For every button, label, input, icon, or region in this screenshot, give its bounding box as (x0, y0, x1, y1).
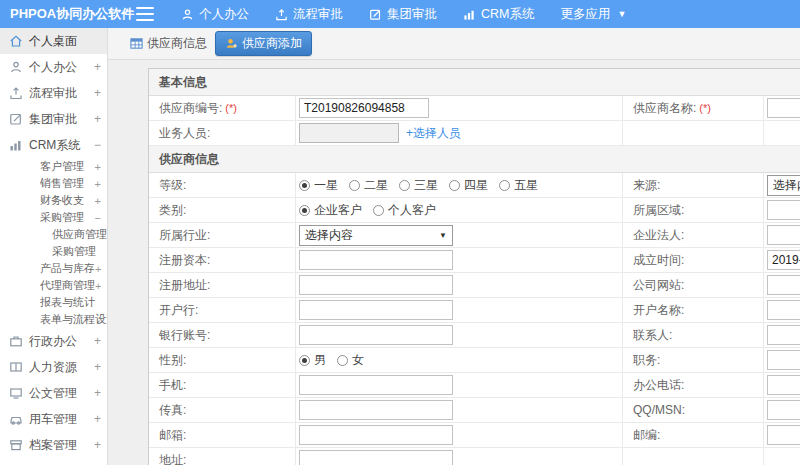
radio-option[interactable]: 男 (299, 352, 326, 369)
registered-address-field[interactable] (299, 275, 453, 295)
expand-indicator[interactable]: + (94, 334, 101, 348)
sidebar-item-official-document-mgmt[interactable]: 公文管理 + (0, 380, 107, 406)
region-field[interactable] (767, 200, 800, 220)
zip-field[interactable] (767, 425, 800, 445)
source-select[interactable]: 选择内容 ▼ (767, 175, 800, 196)
sidebar-item-supplier-mgmt[interactable]: 供应商管理 (0, 226, 107, 243)
sidebar-item-partial[interactable] (0, 458, 107, 465)
supplier-name-field[interactable] (767, 98, 800, 118)
form-row-supplier-no: 供应商编号: (*) 供应商名称: (*) (149, 96, 800, 121)
radio-option[interactable]: 一星 (299, 177, 338, 194)
topnav-more-apps[interactable]: 更多应用 ▼ (560, 6, 626, 23)
form-row-gender-position: 性别: 男 女 职务: (149, 348, 800, 373)
expand-indicator[interactable]: + (95, 195, 101, 207)
expand-indicator[interactable]: + (95, 161, 101, 173)
radio-icon (499, 180, 510, 191)
topnav-personal-office[interactable]: 个人办公 (181, 6, 249, 23)
tab-supplier-info[interactable]: 供应商信息 (130, 35, 207, 52)
topnav-workflow-approval[interactable]: 流程审批 (275, 6, 343, 23)
bank-branch-label: 开户行: (149, 298, 296, 322)
sidebar-item-products-inventory[interactable]: 产品与库存 + (0, 260, 107, 277)
sidebar-item-workflow-approval[interactable]: 流程审批 + (0, 80, 107, 106)
legal-person-field[interactable] (767, 225, 800, 245)
sidebar-item-procurement-mgmt[interactable]: 采购管理 − (0, 209, 107, 226)
radio-option[interactable]: 企业客户 (299, 202, 362, 219)
address-field[interactable] (299, 450, 453, 465)
sidebar-item-sales-mgmt[interactable]: 销售管理 + (0, 175, 107, 192)
industry-label: 所属行业: (149, 223, 296, 247)
sidebar-item-customer-mgmt[interactable]: 客户管理 + (0, 158, 107, 175)
expand-indicator[interactable]: + (94, 386, 101, 400)
registered-capital-field[interactable] (299, 250, 453, 270)
office-phone-field[interactable] (767, 375, 800, 395)
radio-selected-icon (299, 205, 310, 216)
sidebar-item-archive-mgmt[interactable]: 档案管理 + (0, 432, 107, 458)
mobile-field[interactable] (299, 375, 453, 395)
form-row-fax-qqmsn: 传真: QQ/MSN: (149, 398, 800, 423)
archive-icon (9, 438, 23, 452)
sidebar-item-crm-system[interactable]: CRM系统 − (0, 132, 107, 158)
expand-indicator[interactable]: + (94, 360, 101, 374)
sidebar-item-personal-desktop[interactable]: 个人桌面 (0, 28, 107, 54)
sidebar-item-purchase-mgmt[interactable]: 采购管理 (0, 243, 107, 260)
expand-indicator[interactable]: + (94, 112, 101, 126)
email-field[interactable] (299, 425, 453, 445)
contact-field[interactable] (767, 325, 800, 345)
collapse-indicator[interactable]: − (94, 138, 101, 152)
bank-account-field[interactable] (299, 325, 453, 345)
topnav-crm-system[interactable]: CRM系统 (463, 6, 534, 23)
qq-msn-field[interactable] (767, 400, 800, 420)
founded-time-field[interactable] (767, 250, 800, 270)
position-field[interactable] (767, 350, 800, 370)
sidebar-item-group-approval[interactable]: 集团审批 + (0, 106, 107, 132)
radio-selected-icon (299, 180, 310, 191)
expand-indicator[interactable]: + (94, 86, 101, 100)
expand-indicator[interactable]: + (95, 263, 101, 275)
select-staff-link[interactable]: +选择人员 (406, 125, 461, 142)
tab-supplier-add[interactable]: 供应商添加 (215, 31, 312, 56)
sidebar-item-finance-income-expense[interactable]: 财务收支 + (0, 192, 107, 209)
form-row-level-source: 等级: 一星 二星 三星 四星 五星 来源: 选择内容 ▼ (149, 173, 800, 198)
sidebar-item-administrative-office[interactable]: 行政办公 + (0, 328, 107, 354)
account-name-field[interactable] (767, 300, 800, 320)
bank-branch-field[interactable] (299, 300, 453, 320)
expand-indicator[interactable]: + (94, 438, 101, 452)
edit-icon (369, 8, 382, 21)
fax-field[interactable] (299, 400, 453, 420)
mobile-label: 手机: (149, 373, 296, 397)
website-field[interactable] (767, 275, 800, 295)
radio-option[interactable]: 个人客户 (373, 202, 436, 219)
briefcase-icon (9, 334, 23, 348)
expand-indicator[interactable]: + (94, 412, 101, 426)
sidebar-item-human-resources[interactable]: 人力资源 + (0, 354, 107, 380)
sidebar-item-agent-mgmt[interactable]: 代理商管理 + (0, 277, 107, 294)
supplier-no-field[interactable] (299, 98, 429, 118)
address-label: 地址: (149, 448, 296, 465)
expand-indicator[interactable]: + (94, 60, 101, 74)
expand-indicator[interactable]: + (95, 280, 101, 292)
staff-field[interactable] (299, 123, 399, 143)
topnav-group-approval[interactable]: 集团审批 (369, 6, 437, 23)
table-icon (130, 37, 143, 50)
caret-down-icon: ▼ (439, 231, 447, 240)
sidebar-item-vehicle-mgmt[interactable]: 用车管理 + (0, 406, 107, 432)
section-basic-info: 基本信息 (149, 69, 800, 96)
contact-label: 联系人: (623, 323, 764, 347)
radio-option[interactable]: 女 (337, 352, 364, 369)
tab-bar: 供应商信息 供应商添加 (108, 28, 800, 60)
account-name-label: 开户名称: (623, 298, 764, 322)
sidebar-item-form-workflow-settings[interactable]: 表单与流程设置 + (0, 311, 107, 328)
gender-label: 性别: (149, 348, 296, 372)
sidebar-item-reports-statistics[interactable]: 报表与统计 (0, 294, 107, 311)
collapse-indicator[interactable]: − (95, 212, 101, 224)
sidebar-item-personal-office[interactable]: 个人办公 + (0, 54, 107, 80)
radio-option[interactable]: 五星 (499, 177, 538, 194)
radio-option[interactable]: 三星 (399, 177, 438, 194)
radio-option[interactable]: 二星 (349, 177, 388, 194)
form-row-category-region: 类别: 企业客户 个人客户 所属区域: (149, 198, 800, 223)
radio-option[interactable]: 四星 (449, 177, 488, 194)
registered-capital-label: 注册资本: (149, 248, 296, 272)
hamburger-menu-icon[interactable] (136, 7, 154, 21)
industry-select[interactable]: 选择内容 ▼ (299, 225, 453, 246)
expand-indicator[interactable]: + (95, 178, 101, 190)
